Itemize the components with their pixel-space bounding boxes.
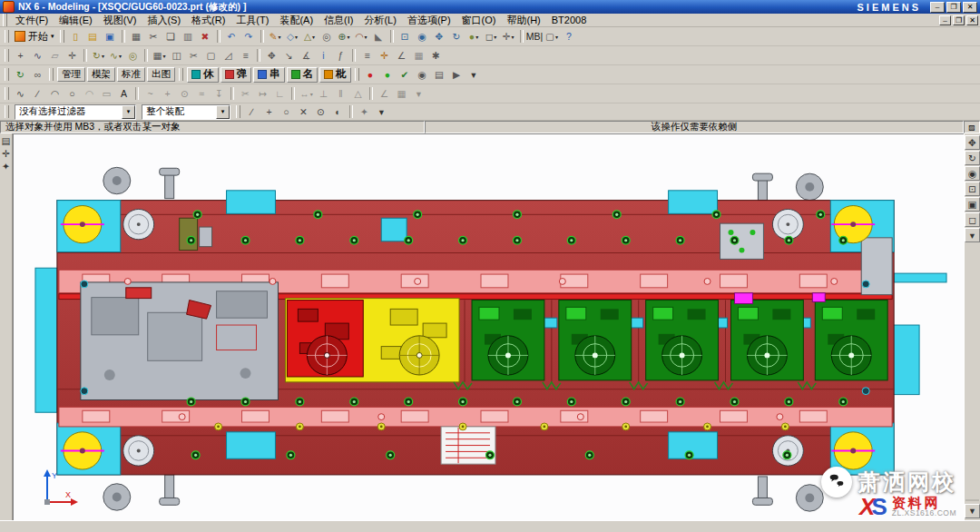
macro-button-ming[interactable]: 名 <box>287 67 318 83</box>
wireframe-view-icon[interactable]: ◻ <box>483 29 500 44</box>
menu-item[interactable]: 窗口(O) <box>456 14 502 27</box>
save-icon[interactable]: ▣ <box>102 29 119 44</box>
play-icon[interactable]: ▶ <box>448 67 466 83</box>
front-view-icon[interactable]: ◻ <box>965 212 980 227</box>
rectangle-icon[interactable]: ▭ <box>98 86 115 102</box>
pan-icon[interactable]: ✥ <box>431 29 448 44</box>
pan-view-icon[interactable]: ✥ <box>965 135 980 150</box>
copy-icon[interactable]: ❏ <box>162 29 180 44</box>
snap-point-icon[interactable]: ⊙ <box>312 104 329 120</box>
menu-item[interactable]: 工具(T) <box>230 14 274 27</box>
snap-center-icon[interactable]: ○ <box>278 104 295 120</box>
assembly-navigator-icon[interactable]: ▤ <box>1 136 11 146</box>
sweep-icon[interactable]: ∿ <box>107 48 124 64</box>
move-object-icon[interactable]: ✥ <box>263 48 280 64</box>
mdi-close-button[interactable]: ✕ <box>966 15 978 25</box>
snap-end-icon[interactable]: ∕ <box>243 104 260 120</box>
snap-intersect-icon[interactable]: ✕ <box>295 104 312 120</box>
pattern-icon[interactable]: ▦ <box>151 48 168 64</box>
menu-item[interactable]: 格式(R) <box>186 14 230 27</box>
arc-icon[interactable]: ◠ <box>46 86 64 102</box>
shaded-view-icon[interactable]: ▣ <box>965 197 980 212</box>
grid-snap-icon[interactable]: ▦ <box>393 86 410 102</box>
snap-quadrant-icon[interactable]: ◐ <box>329 104 347 120</box>
scale-icon[interactable]: ↘ <box>280 48 298 64</box>
prompt-bar-options-button[interactable]: ▨ <box>964 121 980 133</box>
open-icon[interactable]: ▤ <box>84 29 102 44</box>
window-icon[interactable]: ▢ <box>544 29 561 44</box>
revolve-icon[interactable]: ↻ <box>90 48 107 64</box>
menu-item[interactable]: 首选项(P) <box>402 14 456 27</box>
menu-item[interactable]: 文件(F) <box>10 14 54 27</box>
rotate-icon[interactable]: ↻ <box>448 29 466 44</box>
standard-parts-button[interactable]: 标准 <box>117 67 145 82</box>
show-constraints-icon[interactable]: △ <box>349 86 367 102</box>
csys-icon[interactable]: ✛ <box>64 48 81 64</box>
hole-icon[interactable]: ◎ <box>318 29 336 44</box>
scroll-down-icon[interactable]: ▼ <box>965 504 980 518</box>
history-icon[interactable]: ✦ <box>1 162 11 172</box>
make-corner-icon[interactable]: ∟ <box>271 86 289 102</box>
menu-item[interactable]: 帮助(H) <box>501 14 545 27</box>
ellipse-icon[interactable]: ⊙ <box>176 86 193 102</box>
die-base-button[interactable]: 模架 <box>87 67 115 82</box>
unite-icon[interactable]: ⊕ <box>336 29 353 44</box>
check-icon[interactable]: ✔ <box>397 67 414 83</box>
graphics-viewport[interactable]: Y X 萧洒网校 X S <box>13 133 964 520</box>
project-curve-icon[interactable]: ↧ <box>211 86 228 102</box>
info-icon[interactable]: i <box>315 48 332 64</box>
expression-icon[interactable]: ƒ <box>332 48 349 64</box>
measure-icon[interactable]: ∡ <box>298 48 315 64</box>
shaded-view-icon[interactable]: ● <box>466 29 483 44</box>
selection-options-icon[interactable]: ▾ <box>373 104 390 120</box>
text-icon[interactable]: A <box>115 86 132 102</box>
point-icon[interactable]: + <box>159 86 176 102</box>
close-button[interactable]: ✕ <box>963 2 977 13</box>
paste-icon[interactable]: ▥ <box>180 29 197 44</box>
report-icon[interactable]: ▤ <box>431 67 448 83</box>
more-sketch-icon[interactable]: ▾ <box>410 86 427 102</box>
fit-view-icon[interactable]: ⊡ <box>965 182 980 196</box>
grid-icon[interactable]: ▦ <box>410 48 427 64</box>
curve-icon[interactable]: ∿ <box>29 48 46 64</box>
scrollbar-track[interactable] <box>965 499 979 501</box>
shell-icon[interactable]: ▢ <box>202 48 220 64</box>
preferences-icon[interactable]: ✱ <box>427 48 445 64</box>
menu-item[interactable]: BT2008 <box>546 15 593 25</box>
constraint-icon[interactable]: ⊥ <box>315 86 332 102</box>
extrude-icon[interactable]: △ <box>301 29 318 44</box>
manage-button[interactable]: 管理 <box>57 67 85 82</box>
draft-icon[interactable]: ◿ <box>220 48 237 64</box>
part-navigator-icon[interactable]: ✛ <box>1 149 11 159</box>
layer-settings-icon[interactable]: ≡ <box>358 48 376 64</box>
redo-icon[interactable]: ↷ <box>240 29 258 44</box>
chevron-down-icon[interactable]: ▾ <box>122 105 135 119</box>
cut-icon[interactable]: ✂ <box>145 29 162 44</box>
macro-button-chuan[interactable]: 串 <box>253 67 285 83</box>
mirror-curve-icon[interactable]: ‖ <box>332 86 349 102</box>
tube-icon[interactable]: ◎ <box>124 48 142 64</box>
macro-button-pi[interactable]: 枇 <box>319 67 351 83</box>
menu-item[interactable]: 分析(L) <box>358 14 401 27</box>
offset-curve-icon[interactable]: ≈ <box>193 86 211 102</box>
update-icon[interactable]: ↻ <box>12 67 29 83</box>
delete-icon[interactable]: ✖ <box>197 29 214 44</box>
spline-icon[interactable]: ~ <box>142 86 159 102</box>
snap-angle-icon[interactable]: ∠ <box>376 86 393 102</box>
macro-button-tan[interactable]: 弹 <box>220 67 252 83</box>
plane-icon[interactable]: ▱ <box>46 48 64 64</box>
red-ball-icon[interactable]: ● <box>362 67 379 83</box>
dimension-icon[interactable]: ↔ <box>298 86 315 102</box>
selection-scope-combo[interactable]: 整个装配 ▾ <box>142 104 230 120</box>
mdi-minimize-button[interactable]: – <box>939 15 951 25</box>
macro-button-xiu[interactable]: 休 <box>187 67 219 83</box>
snap-angle-icon[interactable]: ∠ <box>393 48 410 64</box>
line-icon[interactable]: ∕ <box>29 86 46 102</box>
zoom-fit-icon[interactable]: ⊡ <box>397 29 414 44</box>
menu-item[interactable]: 插入(S) <box>142 14 186 27</box>
profile-icon[interactable]: ∿ <box>12 86 29 102</box>
maximize-button[interactable]: ❐ <box>946 2 961 13</box>
undo-icon[interactable]: ↶ <box>223 29 240 44</box>
wcs-icon[interactable]: ✛ <box>376 48 393 64</box>
point-icon[interactable]: + <box>12 48 29 64</box>
